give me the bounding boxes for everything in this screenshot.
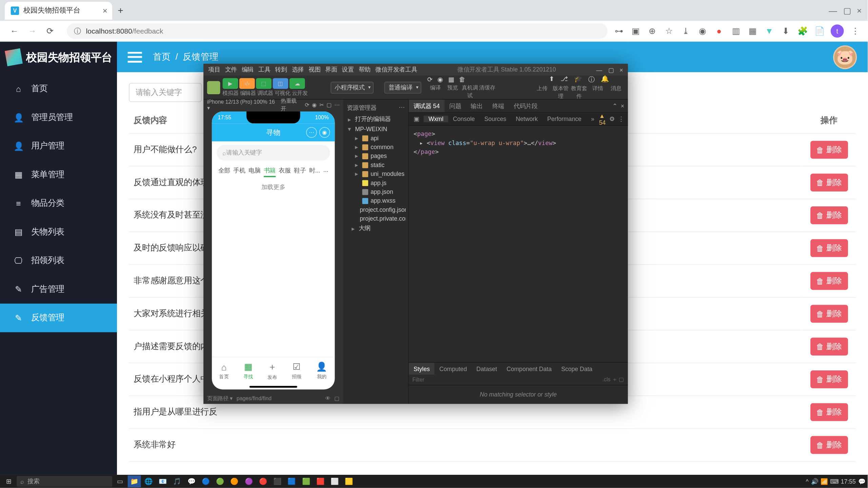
sim-foot-icon[interactable]: ▢ bbox=[334, 395, 340, 402]
taskbar-app[interactable]: 🟨 bbox=[342, 475, 356, 487]
code-tab[interactable]: 终端 bbox=[488, 102, 509, 110]
notification-icon[interactable]: 💬 bbox=[858, 478, 865, 485]
tree-item[interactable]: ▾MP-WEIXIN bbox=[346, 125, 406, 134]
dt-clear-icon[interactable]: 🗑 bbox=[459, 76, 465, 83]
dt-tool-sim[interactable]: ▶ bbox=[222, 78, 238, 89]
browser-menu-icon[interactable]: ⋮ bbox=[850, 26, 861, 36]
dt-compile-icon[interactable]: ⟳ bbox=[427, 76, 433, 83]
inspector-tab[interactable]: » bbox=[586, 116, 599, 122]
breadcrumb-home[interactable]: 首页 bbox=[153, 51, 171, 62]
sim-icon[interactable]: ▢ bbox=[327, 102, 332, 108]
logo[interactable]: 校园失物招领平台 bbox=[0, 42, 117, 72]
taskbar-app[interactable]: 🔴 bbox=[257, 475, 270, 487]
tree-item[interactable]: project.private.config.js... bbox=[346, 214, 406, 223]
ext-icon[interactable]: ⬇ bbox=[781, 26, 791, 36]
dt-mode-select[interactable]: 小程序模式 bbox=[331, 81, 374, 93]
taskbar-app[interactable]: 🟢 bbox=[214, 475, 227, 487]
tree-item[interactable]: ▸uni_modules bbox=[346, 169, 406, 178]
styles-tab[interactable]: Styles bbox=[409, 363, 435, 374]
sim-icon[interactable]: ⟳ bbox=[305, 102, 310, 108]
delete-button[interactable]: 🗑删除 bbox=[810, 305, 848, 323]
dt-menu-item[interactable]: 微信开发者工具 bbox=[375, 66, 417, 74]
inspector-tab[interactable]: Console bbox=[448, 116, 480, 122]
styles-tab[interactable]: Scope Data bbox=[556, 363, 597, 374]
inspector-tab[interactable]: Wxml bbox=[424, 116, 448, 122]
dt-menu-item[interactable]: 帮助 bbox=[359, 66, 371, 74]
delete-button[interactable]: 🗑删除 bbox=[810, 403, 848, 421]
dt-detail-icon[interactable]: ⓘ bbox=[588, 75, 595, 84]
inspector-settings-icon[interactable]: ⚙ bbox=[609, 116, 615, 122]
ext-icon[interactable]: ☆ bbox=[664, 26, 674, 36]
ext-icon[interactable]: ⊕ bbox=[647, 26, 658, 36]
sim-foot-icon[interactable]: 👁 bbox=[325, 395, 331, 402]
nav-forward-icon[interactable]: → bbox=[25, 24, 39, 38]
delete-button[interactable]: 🗑删除 bbox=[810, 272, 848, 290]
tray-icon[interactable]: ⌨ bbox=[830, 478, 839, 485]
dt-menu-item[interactable]: 工具 bbox=[258, 66, 270, 74]
window-minimize-icon[interactable]: — bbox=[829, 6, 837, 15]
sidebar-toggle-icon[interactable] bbox=[128, 52, 142, 62]
ext-icon[interactable]: ▼ bbox=[764, 26, 775, 36]
code-tab[interactable]: 问题 bbox=[445, 102, 466, 110]
dt-minimize-icon[interactable]: — bbox=[596, 66, 603, 73]
sidebar-item[interactable]: ▤失物列表 bbox=[0, 218, 117, 246]
taskbar-app[interactable]: 💬 bbox=[185, 475, 198, 487]
code-close-icon[interactable]: × bbox=[621, 103, 624, 109]
delete-button[interactable]: 🗑删除 bbox=[810, 206, 848, 224]
taskbar-app[interactable]: 🌐 bbox=[142, 475, 155, 487]
inspector-select-icon[interactable]: ▣ bbox=[409, 113, 424, 125]
sidebar-item[interactable]: ≡物品分类 bbox=[0, 189, 117, 218]
sidebar-item[interactable]: ⌂首页 bbox=[0, 75, 117, 103]
ext-icon[interactable]: ⊶ bbox=[613, 26, 624, 36]
taskbar-app[interactable]: 🟣 bbox=[242, 475, 256, 487]
dt-version-icon[interactable]: ⎇ bbox=[560, 75, 568, 84]
window-maximize-icon[interactable]: ▢ bbox=[843, 6, 851, 15]
tree-item[interactable]: ▸api bbox=[346, 134, 406, 142]
ext-icon[interactable]: 🧩 bbox=[797, 26, 808, 36]
tree-item[interactable]: app.wxss bbox=[346, 196, 406, 205]
inspector-tab[interactable]: Performance bbox=[542, 116, 586, 122]
code-tab[interactable]: 代码片段 bbox=[509, 102, 542, 110]
sim-hot-reload[interactable]: 热重载 开 bbox=[281, 97, 303, 113]
search-input[interactable]: 请输入关键字 bbox=[129, 83, 202, 102]
dt-msg-icon[interactable]: 🔔 bbox=[601, 75, 609, 84]
nav-reload-icon[interactable]: ⟳ bbox=[43, 24, 57, 38]
wxml-tree[interactable]: <page>▸ <view class="u-wrap u-wrap">…</v… bbox=[409, 126, 628, 362]
tree-item[interactable]: ▸static bbox=[346, 160, 406, 169]
dt-remote-icon[interactable]: ▦ bbox=[448, 76, 454, 83]
tree-item[interactable]: app.js bbox=[346, 178, 406, 187]
phone-category-tab[interactable]: 书籍 bbox=[264, 166, 276, 177]
styles-filter-input[interactable]: Filter bbox=[412, 377, 424, 383]
dt-menu-item[interactable]: 选择 bbox=[292, 66, 304, 74]
dt-maximize-icon[interactable]: ▢ bbox=[608, 66, 614, 73]
tray-icon[interactable]: ^ bbox=[806, 478, 808, 485]
tray-icon[interactable]: 🔊 bbox=[811, 478, 818, 485]
sidebar-item[interactable]: 👤用户管理 bbox=[0, 132, 117, 160]
styles-tab[interactable]: Dataset bbox=[472, 363, 502, 374]
taskbar-app[interactable]: ⬜ bbox=[328, 475, 341, 487]
delete-button[interactable]: 🗑删除 bbox=[810, 141, 848, 159]
ext-icon[interactable]: ▣ bbox=[630, 26, 641, 36]
phone-category-tab[interactable]: ... bbox=[323, 166, 329, 177]
dt-menu-item[interactable]: 转到 bbox=[275, 66, 287, 74]
taskbar-app[interactable]: 📁 bbox=[128, 475, 141, 487]
tree-item[interactable]: project.config.json bbox=[346, 205, 406, 214]
sim-icon[interactable]: ✂ bbox=[319, 102, 324, 108]
user-avatar[interactable]: 🐷 bbox=[833, 45, 857, 69]
delete-button[interactable]: 🗑删除 bbox=[810, 338, 848, 355]
delete-button[interactable]: 🗑删除 bbox=[810, 436, 848, 454]
tree-item[interactable]: ▸打开的编辑器 bbox=[346, 114, 406, 125]
inspector-tab[interactable]: Sources bbox=[479, 116, 511, 122]
tree-item[interactable]: ▸common bbox=[346, 143, 406, 151]
taskbar-time[interactable]: 17:55 bbox=[841, 478, 856, 485]
dt-edu-icon[interactable]: 🎓 bbox=[574, 75, 583, 84]
delete-button[interactable]: 🗑删除 bbox=[810, 239, 848, 257]
tree-item[interactable]: ▸pages bbox=[346, 151, 406, 160]
taskbar-search[interactable]: ⌕搜索 bbox=[17, 476, 112, 487]
ext-icon[interactable]: ◉ bbox=[697, 26, 708, 36]
dt-menu-item[interactable]: 项目 bbox=[208, 66, 220, 74]
dt-tool-cloud[interactable]: ☁ bbox=[290, 78, 305, 89]
dt-preview-icon[interactable]: ◉ bbox=[437, 76, 443, 83]
sim-icon[interactable]: ⋯ bbox=[334, 102, 340, 108]
phone-category-tab[interactable]: 手机 bbox=[233, 166, 245, 177]
